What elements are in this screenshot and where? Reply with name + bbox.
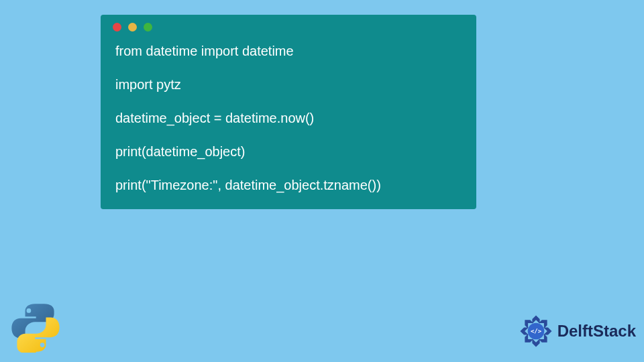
maximize-icon [144,23,152,32]
svg-text:</>: </> [531,328,541,335]
svg-marker-2 [543,327,551,335]
svg-marker-0 [532,315,539,323]
window-titlebar [101,15,476,39]
code-body: from datetime import datetime import pyt… [101,39,476,209]
svg-marker-4 [532,339,539,347]
code-line: print("Timezone:", datetime_object.tznam… [115,176,462,194]
python-logo-icon [11,303,60,353]
minimize-icon [128,23,137,32]
code-line: print(datetime_object) [115,142,462,161]
close-icon [113,23,121,32]
code-window: from datetime import datetime import pyt… [101,15,476,209]
code-line: from datetime import datetime [115,42,462,60]
code-line: datetime_object = datetime.now() [115,109,462,127]
delftstack-label: DelftStack [557,322,636,341]
svg-marker-6 [520,327,528,335]
code-line: import pytz [115,75,462,94]
delftstack-logo-icon: </> [517,312,555,350]
delftstack-branding: </> DelftStack [517,312,636,350]
